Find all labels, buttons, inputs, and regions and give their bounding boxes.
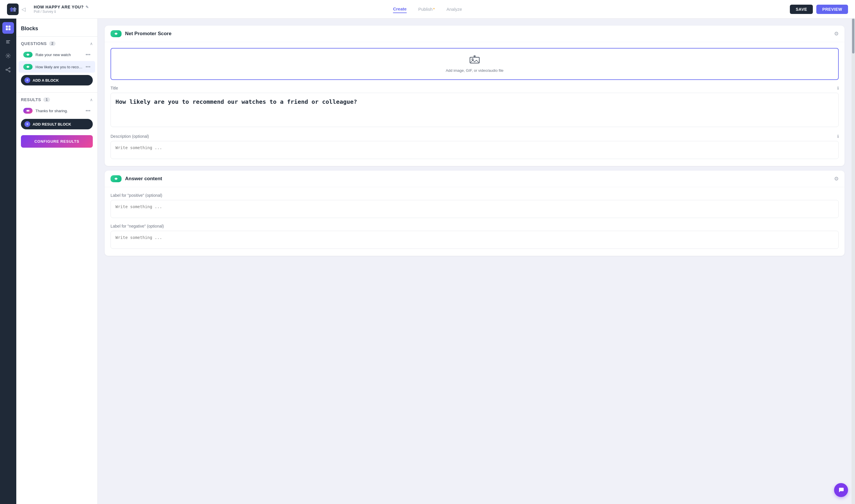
save-button[interactable]: SAVE (790, 5, 813, 14)
answer-card-body: Label for "positive" (optional) Label fo… (105, 187, 844, 256)
svg-point-10 (6, 69, 7, 70)
chat-support-button[interactable] (834, 483, 848, 497)
positive-label-row: Label for "positive" (optional) (110, 193, 839, 198)
questions-chevron-icon[interactable]: ∧ (90, 41, 93, 46)
answer-settings-icon[interactable]: ⚙ (834, 176, 839, 182)
nps-card-header-left: Net Promoter Score (110, 30, 172, 37)
svg-point-23 (472, 59, 473, 60)
svg-rect-5 (6, 40, 10, 41)
title-field-label-row: Title ℹ (110, 86, 839, 90)
sidebar-divider (16, 36, 98, 37)
answer-card-header: Answer content ⚙ (105, 170, 844, 187)
svg-rect-15 (27, 53, 29, 56)
results-chevron-icon[interactable]: ∧ (90, 97, 93, 102)
sidebar-item-rate-watch[interactable]: Rate your new watch ••• (19, 49, 95, 60)
rail-share-icon[interactable] (2, 64, 14, 76)
block-icon-rate-watch (23, 52, 33, 57)
positive-label: Label for "positive" (optional) (110, 193, 162, 198)
media-upload-area[interactable]: Add image, GIF, or video/audio file (110, 48, 839, 80)
rail-gear-icon[interactable] (2, 50, 14, 61)
add-result-block-button[interactable]: + ADD RESULT BLOCK (21, 119, 93, 129)
svg-line-13 (7, 70, 9, 71)
edit-title-icon[interactable]: ✎ (86, 5, 89, 9)
top-navigation: ◁ HOW HAPPY ARE YOU? ✎ Poll / Survey ℹ C… (0, 0, 855, 19)
positive-input[interactable] (110, 200, 839, 218)
nps-header-icon (110, 30, 122, 37)
svg-rect-17 (27, 66, 29, 68)
block-label-likely-recommend: How likely are you to recomm... (35, 65, 83, 69)
negative-label: Label for "negative" (optional) (110, 224, 164, 229)
results-section-divider (16, 92, 98, 93)
nps-card-body: Add image, GIF, or video/audio file Titl… (105, 42, 844, 166)
svg-rect-2 (8, 25, 11, 28)
answer-card: Answer content ⚙ Label for "positive" (o… (105, 170, 844, 256)
nav-analyze[interactable]: Analyze (447, 5, 462, 13)
svg-rect-26 (116, 178, 117, 180)
svg-rect-21 (116, 33, 117, 35)
main-content: Net Promoter Score ⚙ Add im (98, 19, 852, 504)
desc-field-label-row: Description (optional) ℹ (110, 134, 839, 139)
title-info-icon[interactable]: ℹ (837, 86, 839, 90)
logo-area[interactable]: ◁ (7, 3, 27, 15)
nav-create[interactable]: Create (393, 5, 406, 13)
block-menu-thanks[interactable]: ••• (86, 108, 90, 113)
svg-point-11 (9, 71, 10, 72)
main-layout: Blocks Questions 2 ∧ Rate your new watch… (0, 19, 855, 504)
svg-rect-22 (470, 57, 479, 63)
media-upload-label: Add image, GIF, or video/audio file (446, 68, 504, 73)
questions-section-label: Questions (21, 41, 47, 46)
negative-label-row: Label for "negative" (optional) (110, 224, 839, 229)
add-block-button[interactable]: + ADD A BLOCK (21, 75, 93, 86)
desc-field-label: Description (optional) (110, 134, 149, 139)
desc-info-icon[interactable]: ℹ (837, 134, 839, 139)
sidebar: Blocks Questions 2 ∧ Rate your new watch… (16, 19, 98, 504)
results-section-header: Results 1 ∧ (16, 96, 98, 104)
rail-settings-icon[interactable] (2, 36, 14, 48)
nps-settings-icon[interactable]: ⚙ (834, 31, 839, 37)
configure-results-button[interactable]: CONFIGURE RESULTS (21, 135, 93, 148)
add-block-label: ADD A BLOCK (33, 78, 59, 83)
block-menu-likely-recommend[interactable]: ••• (86, 65, 90, 69)
block-icon-likely-recommend (23, 64, 33, 70)
svg-point-8 (7, 55, 9, 57)
survey-title: HOW HAPPY ARE YOU? (34, 5, 84, 9)
add-block-plus-icon: + (24, 77, 30, 83)
svg-rect-7 (6, 43, 10, 43)
main-navigation: Create Publish* Analyze (393, 5, 462, 13)
nav-publish[interactable]: Publish* (418, 5, 435, 13)
block-menu-rate-watch[interactable]: ••• (86, 52, 90, 57)
topnav-actions: SAVE PREVIEW (790, 5, 848, 14)
nps-card-title: Net Promoter Score (125, 31, 172, 37)
svg-point-9 (9, 68, 10, 69)
scroll-thumb (852, 19, 854, 53)
preview-button[interactable]: PREVIEW (816, 5, 848, 14)
sidebar-item-likely-recommend[interactable]: How likely are you to recomm... ••• (19, 61, 95, 73)
sidebar-item-thanks[interactable]: Thanks for sharing. ••• (19, 105, 95, 116)
svg-rect-3 (6, 28, 8, 30)
survey-info-icon[interactable]: ℹ (54, 10, 56, 14)
scroll-rail[interactable] (852, 19, 855, 504)
nps-card: Net Promoter Score ⚙ Add im (105, 25, 844, 166)
media-upload-icon (469, 55, 480, 66)
negative-input[interactable] (110, 231, 839, 249)
svg-rect-6 (6, 41, 9, 42)
questions-section-header: Questions 2 ∧ (16, 40, 98, 48)
survey-title-block: HOW HAPPY ARE YOU? ✎ Poll / Survey ℹ (34, 5, 89, 14)
results-section-label: Results (21, 97, 41, 102)
block-label-rate-watch: Rate your new watch (35, 53, 83, 57)
icon-rail (0, 19, 16, 504)
answer-card-title: Answer content (125, 176, 162, 182)
title-field-label: Title (110, 86, 118, 90)
survey-type: Poll / Survey (34, 10, 53, 14)
nps-card-header: Net Promoter Score ⚙ (105, 25, 844, 42)
rail-blocks-icon[interactable] (2, 22, 14, 34)
title-input[interactable]: How likely are you to recommend our watc… (110, 93, 839, 127)
results-count-badge: 1 (43, 97, 50, 102)
add-result-label: ADD RESULT BLOCK (33, 122, 71, 126)
svg-rect-1 (6, 25, 8, 28)
svg-line-12 (7, 69, 9, 70)
answer-card-header-left: Answer content (110, 175, 162, 182)
desc-input[interactable] (110, 141, 839, 159)
answer-header-icon (110, 175, 122, 182)
back-icon[interactable]: ◁ (21, 6, 25, 13)
